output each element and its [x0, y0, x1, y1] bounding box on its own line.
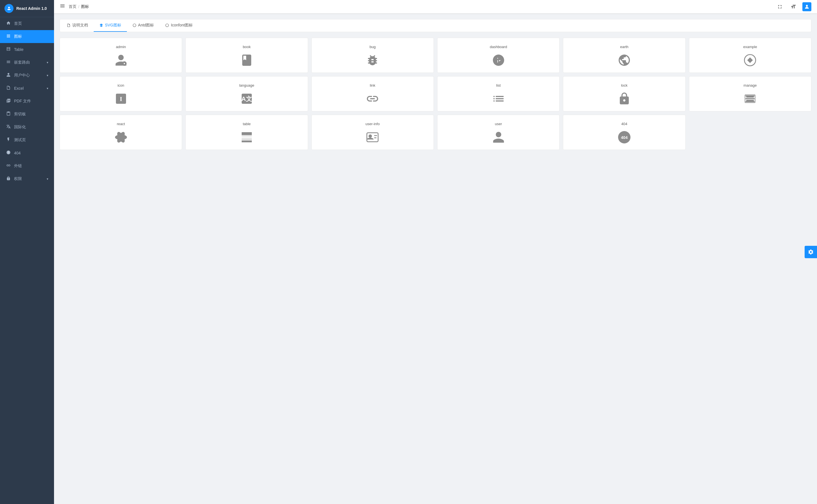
- sidebar-item-clipboard[interactable]: 剪切板: [0, 108, 54, 121]
- svg-point-7: [749, 59, 751, 61]
- breadcrumb-current: 图标: [81, 4, 89, 9]
- lock-icon: [618, 92, 631, 105]
- icon-card-react[interactable]: react: [60, 115, 182, 150]
- svg-point-1: [7, 9, 11, 10]
- svg-point-3: [806, 5, 808, 7]
- icon-label-user: user: [495, 122, 502, 126]
- icon-card-admin[interactable]: admin: [60, 38, 182, 73]
- breadcrumb-home[interactable]: 首页: [69, 4, 77, 9]
- sidebar-label-user-center: 用户中心: [14, 73, 30, 78]
- icon-card-lock[interactable]: lock: [563, 76, 685, 111]
- icon-card-404[interactable]: 404 404: [563, 115, 685, 150]
- sidebar-label-pdf: PDF 文件: [14, 99, 31, 104]
- sidebar-item-nested[interactable]: 嵌套路由 ▾: [0, 56, 54, 69]
- icon-label-dashboard: dashboard: [490, 45, 507, 49]
- svg-rect-22: [242, 136, 252, 138]
- tab-antd[interactable]: Antd图标: [127, 19, 160, 32]
- svg-rect-14: [746, 98, 754, 99]
- tab-iconfont[interactable]: Iconfont图标: [160, 19, 198, 32]
- icon-label-bug: bug: [369, 45, 376, 49]
- breadcrumb-separator: /: [78, 5, 79, 9]
- settings-float-button[interactable]: [805, 246, 817, 258]
- tabs-bar: 说明文档 SVG图标 Antd图标 Iconfont图标: [60, 19, 811, 32]
- user-info-icon: [366, 131, 379, 144]
- icon-card-bug[interactable]: bug: [311, 38, 434, 73]
- icon-grid: admin book bug dashboar: [60, 38, 811, 150]
- icon-card-language[interactable]: language A文: [185, 76, 308, 111]
- icon-label-book: book: [243, 45, 251, 49]
- excel-icon: [6, 85, 11, 91]
- svg-rect-24: [367, 133, 378, 142]
- sidebar-item-i18n[interactable]: 国际化: [0, 121, 54, 134]
- svg-rect-21: [242, 135, 252, 136]
- dashboard-icon: [492, 53, 505, 67]
- font-size-button[interactable]: [789, 2, 798, 11]
- table-menu-icon: [6, 47, 11, 52]
- icon-card-link[interactable]: link: [311, 76, 434, 111]
- icon-card-example[interactable]: example: [689, 38, 811, 73]
- svg-point-19: [120, 136, 122, 138]
- icon-label-icon: icon: [118, 83, 124, 87]
- header-right: [775, 2, 811, 11]
- link-icon: [366, 92, 379, 105]
- earth-icon: [618, 53, 631, 67]
- 404-icon: 404: [618, 131, 631, 144]
- icon-card-dashboard[interactable]: dashboard: [437, 38, 560, 73]
- sidebar-label-test: 测试页: [14, 138, 26, 143]
- user-icon: [492, 131, 505, 144]
- icon-card-user[interactable]: user: [437, 115, 560, 150]
- svg-rect-13: [746, 96, 754, 98]
- icon-card-manage[interactable]: manage: [689, 76, 811, 111]
- language-icon: A文: [240, 92, 253, 105]
- sidebar-item-home[interactable]: 首页: [0, 17, 54, 30]
- sidebar-item-table[interactable]: Table: [0, 43, 54, 56]
- fullscreen-button[interactable]: [775, 2, 784, 11]
- icon-card-list[interactable]: list: [437, 76, 560, 111]
- header: 首页 / 图标: [54, 0, 817, 13]
- icon-label-manage: manage: [744, 83, 757, 87]
- sidebar-item-excel[interactable]: Excel ▾: [0, 82, 54, 95]
- icon-card-earth[interactable]: earth: [563, 38, 685, 73]
- sidebar-label-clipboard: 剪切板: [14, 112, 26, 117]
- sidebar-item-404[interactable]: 404: [0, 147, 54, 159]
- sidebar-label-icon: 图标: [14, 34, 22, 39]
- chevron-icon: ▾: [47, 61, 48, 64]
- sidebar-item-test[interactable]: 测试页: [0, 134, 54, 147]
- content-area: 说明文档 SVG图标 Antd图标 Iconfont图标 admin: [54, 13, 817, 504]
- book-icon: [240, 53, 253, 67]
- svg-point-0: [8, 7, 10, 8]
- permission-icon: [6, 176, 11, 182]
- sidebar-item-external[interactable]: 外链: [0, 159, 54, 172]
- tab-doc[interactable]: 说明文档: [61, 19, 94, 32]
- icon-card-table[interactable]: table: [185, 115, 308, 150]
- sidebar-item-pdf[interactable]: PDF 文件: [0, 95, 54, 108]
- icon-label-list: list: [496, 83, 501, 87]
- sidebar-item-user-center[interactable]: 用户中心 ▾: [0, 69, 54, 82]
- home-icon: [6, 21, 11, 26]
- sidebar-label-home: 首页: [14, 21, 22, 26]
- icon-card-user-info[interactable]: user-info: [311, 115, 434, 150]
- sidebar-label-excel: Excel: [14, 86, 24, 91]
- menu-toggle-button[interactable]: [60, 3, 65, 10]
- icon-card-book[interactable]: book: [185, 38, 308, 73]
- tab-svg[interactable]: SVG图标: [94, 19, 127, 32]
- icon-icon: [6, 34, 11, 39]
- sidebar-label-i18n: 国际化: [14, 125, 26, 130]
- logo-icon: [5, 4, 14, 13]
- svg-rect-15: [746, 100, 754, 101]
- svg-rect-20: [242, 132, 252, 135]
- svg-text:I: I: [120, 95, 122, 102]
- breadcrumb: 首页 / 图标: [69, 4, 89, 9]
- user-avatar[interactable]: [802, 2, 811, 11]
- icon-card-icon[interactable]: icon I: [60, 76, 182, 111]
- sidebar-item-icon[interactable]: 图标: [0, 30, 54, 43]
- icon-label-table: table: [243, 122, 251, 126]
- sidebar: React Admin 1.0 首页 图标 Table 嵌套路由 ▾ 用户中心 …: [0, 0, 54, 504]
- sidebar-item-permission[interactable]: 权限 ▾: [0, 172, 54, 185]
- sidebar-label-table: Table: [14, 47, 23, 52]
- chevron-icon-3: ▾: [47, 87, 48, 90]
- sidebar-logo: React Admin 1.0: [0, 0, 54, 17]
- icon-icon-display: I: [114, 92, 128, 105]
- clipboard-icon: [6, 111, 11, 117]
- admin-icon: [114, 53, 128, 67]
